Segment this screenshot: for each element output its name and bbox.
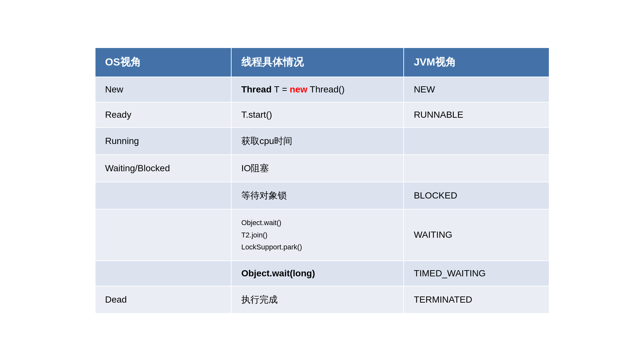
thread-cell: Thread T = new Thread() bbox=[231, 77, 404, 102]
jvm-cell: RUNNABLE bbox=[404, 102, 549, 127]
table-row: Waiting/Blocked IO阻塞 bbox=[95, 155, 549, 182]
os-cell bbox=[95, 182, 231, 209]
new-keyword: new bbox=[290, 84, 307, 94]
jvm-cell: WAITING bbox=[404, 209, 549, 260]
thread-keyword: Thread bbox=[241, 84, 271, 94]
os-cell: New bbox=[95, 77, 231, 102]
table-row: Running 获取cpu时间 bbox=[95, 127, 549, 155]
main-table-container: OS视角 线程具体情况 JVM视角 New Thread T = new Thr… bbox=[95, 47, 549, 313]
os-cell: Ready bbox=[95, 102, 231, 127]
header-thread: 线程具体情况 bbox=[231, 48, 404, 77]
table-row: New Thread T = new Thread() NEW bbox=[95, 77, 549, 102]
wait-long-method: Object.wait(long) bbox=[241, 268, 315, 278]
thread-cell: T.start() bbox=[231, 102, 404, 127]
os-cell: Running bbox=[95, 127, 231, 155]
os-cell: Dead bbox=[95, 286, 231, 313]
jvm-cell bbox=[404, 127, 549, 155]
jvm-cell bbox=[404, 155, 549, 182]
header-os: OS视角 bbox=[95, 48, 231, 77]
jvm-cell: NEW bbox=[404, 77, 549, 102]
table-row: Ready T.start() RUNNABLE bbox=[95, 102, 549, 127]
table-row: Object.wait()T2.join()LockSupport.park()… bbox=[95, 209, 549, 260]
thread-cell: Object.wait()T2.join()LockSupport.park() bbox=[231, 209, 404, 260]
thread-cell: Object.wait(long) bbox=[231, 261, 404, 286]
table-row: Dead 执行完成 TERMINATED bbox=[95, 286, 549, 313]
thread-cell: 执行完成 bbox=[231, 286, 404, 313]
os-cell bbox=[95, 209, 231, 260]
thread-cell: IO阻塞 bbox=[231, 155, 404, 182]
thread-methods: Object.wait()T2.join()LockSupport.park() bbox=[241, 217, 394, 253]
thread-cell: 获取cpu时间 bbox=[231, 127, 404, 155]
table-row: 等待对象锁 BLOCKED bbox=[95, 182, 549, 209]
jvm-cell: TIMED_WAITING bbox=[404, 261, 549, 286]
thread-state-table: OS视角 线程具体情况 JVM视角 New Thread T = new Thr… bbox=[95, 47, 549, 313]
os-cell bbox=[95, 261, 231, 286]
jvm-cell: TERMINATED bbox=[404, 286, 549, 313]
jvm-cell: BLOCKED bbox=[404, 182, 549, 209]
header-jvm: JVM视角 bbox=[404, 48, 549, 77]
header-row: OS视角 线程具体情况 JVM视角 bbox=[95, 48, 549, 77]
table-row: Object.wait(long) TIMED_WAITING bbox=[95, 261, 549, 286]
thread-cell: 等待对象锁 bbox=[231, 182, 404, 209]
os-cell: Waiting/Blocked bbox=[95, 155, 231, 182]
